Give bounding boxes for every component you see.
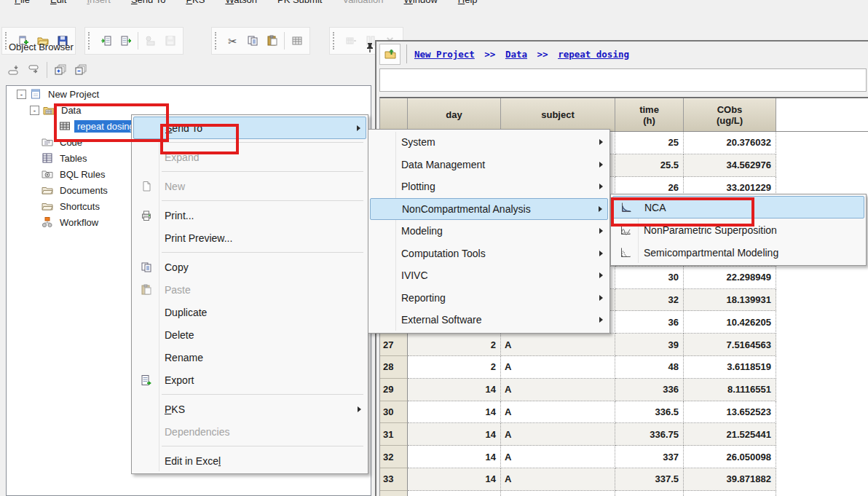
row-header[interactable]: 29 xyxy=(380,379,408,401)
menubar-item-validation[interactable]: Validation xyxy=(332,0,393,8)
menubar-item-insert[interactable]: Insert xyxy=(76,0,121,8)
worksheet-grid-button[interactable] xyxy=(287,31,307,51)
tree-item-new-project[interactable]: -New Project xyxy=(7,86,371,102)
toolbar-grip[interactable] xyxy=(333,32,337,50)
menubar-item-send-to[interactable]: Send To xyxy=(121,0,175,8)
menu-item-pks[interactable]: PKS xyxy=(133,398,366,420)
cell-day[interactable]: 14 xyxy=(408,446,501,468)
tree-expander-icon[interactable]: - xyxy=(17,90,26,99)
cut-button[interactable]: ✂ xyxy=(223,31,242,51)
pks-save-button[interactable] xyxy=(160,31,180,51)
menubar-item-pk-submit[interactable]: PK Submit xyxy=(267,0,332,8)
cell-day[interactable]: 14 xyxy=(408,401,501,424)
cell-time[interactable]: 336.75 xyxy=(615,423,684,446)
menubar-item-window[interactable]: Window xyxy=(394,0,448,8)
menu-item-ivivc[interactable]: IVIVC xyxy=(370,264,608,287)
menubar-item-edit[interactable]: Edit xyxy=(40,0,76,8)
cell-day[interactable]: 14 xyxy=(408,379,501,401)
column-header-day[interactable]: day xyxy=(408,98,501,131)
cell-cobs[interactable] xyxy=(684,491,776,496)
cell-subject[interactable]: A xyxy=(501,401,615,424)
row-header[interactable]: 28 xyxy=(380,356,408,379)
row-header[interactable]: 32 xyxy=(380,446,408,468)
row-header[interactable]: 33 xyxy=(380,468,408,491)
cell-day[interactable]: 14 xyxy=(408,491,501,496)
menu-item-external-software[interactable]: External Software xyxy=(370,309,608,331)
row-header[interactable]: 30 xyxy=(380,401,408,424)
paste-button[interactable] xyxy=(262,31,282,51)
breadcrumb-link-data[interactable]: Data xyxy=(505,49,527,60)
menubar-item-watson[interactable]: Watson xyxy=(215,0,267,8)
send-to-workflow-button[interactable] xyxy=(3,61,23,79)
cell-subject[interactable]: A xyxy=(501,491,615,496)
pin-icon[interactable] xyxy=(363,41,375,54)
row-header[interactable]: 31 xyxy=(380,423,408,446)
menu-item-duplicate[interactable]: Duplicate xyxy=(133,301,366,323)
menu-item-export[interactable]: Export xyxy=(133,369,366,391)
menu-item-nonparametric-superposition[interactable]: NonParametric Superposition xyxy=(612,219,864,241)
cell-cobs[interactable]: 10.426205 xyxy=(684,311,776,334)
send-from-workflow-button[interactable] xyxy=(23,61,44,79)
column-header-num[interactable] xyxy=(380,98,408,131)
menubar-item-file[interactable]: File xyxy=(4,0,40,8)
append-worksheet-button[interactable] xyxy=(341,31,360,51)
cell-time[interactable]: 25.5 xyxy=(615,154,684,177)
column-header-cobs[interactable]: CObs(ug/L) xyxy=(684,98,776,131)
breadcrumb-link-project[interactable]: New Project xyxy=(414,49,475,60)
menu-item-nca[interactable]: NCA xyxy=(612,196,864,219)
menu-item-modeling[interactable]: Modeling xyxy=(370,220,608,243)
cell-day[interactable]: 14 xyxy=(408,468,501,491)
cell-time[interactable]: 337.5 xyxy=(615,468,684,491)
export-data-button[interactable] xyxy=(116,31,135,51)
cell-cobs[interactable]: 26.050098 xyxy=(684,446,776,468)
import-data-button[interactable] xyxy=(96,31,116,51)
navigate-up-button[interactable] xyxy=(379,44,401,65)
menubar-item-help[interactable]: Help xyxy=(448,0,488,8)
cell-time[interactable]: 36 xyxy=(615,311,684,334)
row-header[interactable]: 34 xyxy=(380,491,408,496)
cell-time[interactable]: 336 xyxy=(615,379,684,401)
menu-item-send-to[interactable]: Send To xyxy=(133,117,366,139)
cell-cobs[interactable]: 8.1116551 xyxy=(684,379,776,401)
cell-subject[interactable]: A xyxy=(501,334,615,356)
menu-item-reporting[interactable]: Reporting xyxy=(370,287,608,310)
menu-item-noncompartmental-analysis[interactable]: NonCompartmental Analysis xyxy=(370,198,608,221)
cell-time[interactable]: 337 xyxy=(615,446,684,468)
cell-cobs[interactable]: 39.871882 xyxy=(684,468,776,491)
menu-item-edit-in-excel[interactable]: Edit in Excel xyxy=(133,449,366,472)
cell-cobs[interactable]: 7.5164563 xyxy=(684,334,776,356)
menu-item-system[interactable]: System xyxy=(370,131,608,154)
cell-subject[interactable]: A xyxy=(501,446,615,468)
menu-item-data-management[interactable]: Data Management xyxy=(370,154,608,176)
pks-retrieve-button[interactable] xyxy=(141,31,160,51)
menu-item-semicompartmental-modeling[interactable]: Semicompartmental Modeling xyxy=(612,241,864,264)
cell-time[interactable]: 39 xyxy=(615,334,684,356)
cell-cobs[interactable]: 18.139931 xyxy=(684,289,776,312)
toolbar-grip[interactable] xyxy=(88,32,92,50)
cell-day[interactable]: 2 xyxy=(408,334,501,356)
toolbar-grip[interactable] xyxy=(215,32,219,50)
menu-item-rename[interactable]: Rename xyxy=(133,346,366,369)
menu-item-copy[interactable]: Copy xyxy=(133,256,366,278)
cell-subject[interactable]: A xyxy=(501,356,615,379)
cell-time[interactable]: 30 xyxy=(615,267,684,289)
cell-subject[interactable]: A xyxy=(501,468,615,491)
copy-button[interactable] xyxy=(242,31,262,51)
cell-time[interactable] xyxy=(615,491,684,496)
cell-cobs[interactable]: 22.298949 xyxy=(684,267,776,289)
cell-cobs[interactable]: 34.562976 xyxy=(684,154,776,177)
cell-time[interactable]: 25 xyxy=(615,132,684,154)
cell-cobs[interactable]: 3.6118519 xyxy=(684,356,776,379)
cell-time[interactable]: 48 xyxy=(615,356,684,379)
cell-cobs[interactable]: 21.525441 xyxy=(684,423,776,446)
column-header-time[interactable]: time(h) xyxy=(615,98,684,131)
cell-subject[interactable]: A xyxy=(501,423,615,446)
menu-item-plotting[interactable]: Plotting xyxy=(370,176,608,198)
cell-time[interactable]: 32 xyxy=(615,289,684,312)
cell-cobs[interactable]: 13.652523 xyxy=(684,401,776,424)
menu-item-computation-tools[interactable]: Computation Tools xyxy=(370,243,608,265)
cell-cobs[interactable]: 20.376032 xyxy=(684,132,776,154)
menubar-item-pks[interactable]: PKS xyxy=(175,0,215,8)
column-header-subject[interactable]: subject xyxy=(501,98,615,131)
cell-subject[interactable]: A xyxy=(501,379,615,401)
